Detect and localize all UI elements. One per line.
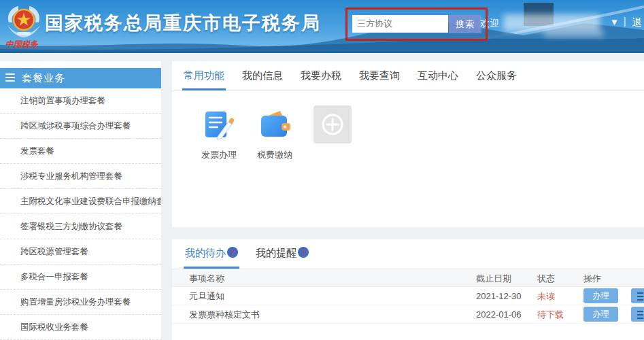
tab-interaction-center[interactable]: 互动中心	[416, 61, 460, 90]
todo-item-status: 待下载	[537, 305, 564, 324]
tab-common-functions[interactable]: 常用功能	[182, 61, 226, 90]
site-title: 国家税务总局重庆市电子税务局	[45, 11, 321, 35]
shortcut-invoice-handling[interactable]: 发票办理	[199, 107, 239, 161]
tab-my-info[interactable]: 我的信息	[241, 61, 284, 90]
sidebar-item-house-purchase-package[interactable]: 购置增量房涉税业务办理套餐	[0, 290, 161, 315]
todo-table-header: 事项名称 截止日期 状态 操作	[172, 269, 644, 287]
todo-item-actions: 办理	[583, 305, 618, 324]
header-separator: |	[624, 16, 626, 27]
todo-item-deadline: 2021-12-30	[476, 287, 522, 305]
add-shortcut-button[interactable]	[313, 105, 352, 143]
tab-public-services[interactable]: 公众服务	[475, 61, 518, 90]
top-banner: 中国税务 国家税务总局重庆市电子税务局 搜索 欢迎 ▼ | 退	[0, 0, 644, 53]
reminder-tab-label: 我的提醒	[256, 247, 296, 258]
sidebar-item-joint-declaration-package[interactable]: 主附税文化事业建设费联合申报缴纳套餐	[0, 189, 161, 214]
chevron-down-icon[interactable]: ▼	[610, 17, 619, 27]
redacted-username-secondary	[544, 30, 604, 37]
invoice-icon	[201, 107, 237, 142]
sidebar-item-cancellation-package[interactable]: 注销前置事项办理套餐	[0, 88, 161, 114]
plus-icon	[319, 111, 346, 138]
todo-tab-label: 我的待办	[185, 247, 226, 258]
sidebar-menu: 注销前置事项办理套餐 跨区域涉税事项综合办理套餐 发票套餐 涉税专业服务机构管理…	[0, 88, 161, 340]
menu-list-icon	[5, 73, 15, 83]
handle-button[interactable]: 办理	[583, 307, 618, 322]
main-functions-panel: 常用功能 我的信息 我要办税 我要查询 互动中心 公众服务 发票办理	[172, 61, 644, 227]
todo-item-name: 元旦通知	[189, 287, 224, 305]
sidebar-item-invoice-package[interactable]: 发票套餐	[0, 139, 161, 164]
redacted-username	[503, 14, 600, 31]
clipped-glyph-fragment	[637, 311, 643, 319]
wallet-icon	[257, 107, 292, 142]
table-row: 发票票种核定文书 2022-01-06 待下载 办理	[172, 305, 644, 324]
welcome-text: 欢迎	[480, 18, 499, 30]
secondary-action-button-clipped[interactable]	[631, 307, 644, 322]
search-input[interactable]	[352, 15, 448, 33]
column-header-item-name: 事项名称	[189, 269, 224, 288]
sidebar-item-cross-region-tax-source-package[interactable]: 跨区税源管理套餐	[0, 239, 161, 265]
todo-item-name: 发票票种核定文书	[189, 305, 260, 324]
logo-caption-glyph: 中国税务	[5, 39, 39, 49]
tab-inquiry[interactable]: 我要查询	[358, 61, 401, 90]
shortcut-label: 税费缴纳	[255, 149, 294, 161]
todo-panel: 我的待办2 我的提醒3 事项名称 截止日期 状态 操作 元旦通知 2021-12…	[172, 239, 644, 340]
todo-item-status: 未读	[537, 287, 555, 305]
sidebar-section-header[interactable]: 套餐业务	[0, 68, 161, 88]
todo-tabbar: 我的待办2 我的提醒3	[172, 239, 644, 269]
clipped-glyph-fragment	[637, 292, 643, 301]
sidebar: 套餐业务 注销前置事项办理套餐 跨区域涉税事项综合办理套餐 发票套餐 涉税专业服…	[0, 61, 161, 340]
tab-my-todo[interactable]: 我的待办2	[184, 239, 239, 269]
shortcut-row: 发票办理 税费缴纳	[172, 91, 644, 161]
sidebar-item-tripartite-agreement-package[interactable]: 签署银税三方划缴协议套餐	[0, 214, 161, 239]
sidebar-item-multi-tax-declaration-package[interactable]: 多税合一申报套餐	[0, 265, 161, 290]
sidebar-header-label: 套餐业务	[22, 72, 65, 84]
shortcut-label: 发票办理	[199, 149, 239, 161]
main-tabbar: 常用功能 我的信息 我要办税 我要查询 互动中心 公众服务	[172, 61, 644, 91]
reminder-count-badge: 3	[298, 247, 309, 258]
table-row: 元旦通知 2021-12-30 未读 办理	[172, 287, 644, 305]
logout-link[interactable]: 退	[632, 16, 642, 29]
sidebar-item-cross-region-package[interactable]: 跨区域涉税事项综合办理套餐	[0, 114, 161, 139]
tab-my-reminders[interactable]: 我的提醒3	[254, 239, 310, 269]
sidebar-item-international-tax-package[interactable]: 国际税收业务套餐	[0, 315, 161, 340]
column-header-status: 状态	[537, 269, 555, 288]
todo-item-deadline: 2022-01-06	[476, 305, 522, 324]
secondary-action-button-clipped[interactable]	[631, 288, 644, 303]
todo-count-badge: 2	[227, 247, 238, 258]
header-search-area: 搜索	[345, 7, 488, 41]
tax-bureau-emblem: 中国税务	[5, 2, 43, 51]
shortcut-tax-payment[interactable]: 税费缴纳	[255, 107, 294, 161]
handle-button[interactable]: 办理	[583, 288, 618, 303]
tab-tax-handling[interactable]: 我要办税	[299, 61, 343, 90]
search-button[interactable]: 搜索	[449, 15, 481, 33]
sidebar-item-tax-service-agency-package[interactable]: 涉税专业服务机构管理套餐	[0, 164, 161, 189]
column-header-action: 操作	[583, 269, 601, 288]
column-header-deadline: 截止日期	[476, 269, 511, 288]
todo-item-actions: 办理	[583, 287, 618, 305]
